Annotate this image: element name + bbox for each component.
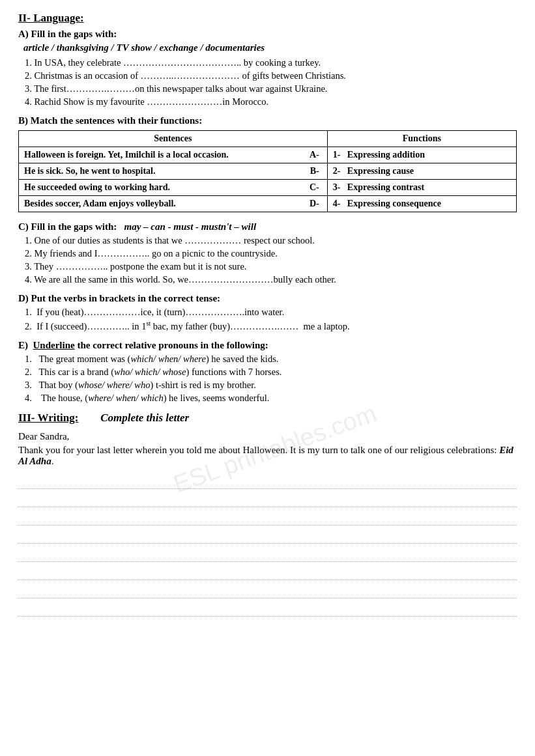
partE-item-2: 2. This car is a brand (who/ which/ whos… <box>25 367 517 378</box>
function-1: 1- Expressing addition <box>327 147 516 163</box>
writing-line[interactable] <box>18 493 517 507</box>
fill-list: 1. In USA, they celebrate ………………………………..… <box>18 57 517 107</box>
writing-line[interactable] <box>18 475 517 489</box>
partE-title: E) Underline the correct relative pronou… <box>18 340 517 351</box>
partD-list: 1. If you (heat)………………ice, it (turn)…………… <box>18 307 517 332</box>
table-row: Besides soccer, Adam enjoys volleyball. … <box>19 196 517 212</box>
letter-body: Dear Sandra, Thank you for your last let… <box>18 431 517 467</box>
fill-item-1: 1. In USA, they celebrate ………………………………..… <box>25 57 517 68</box>
section3: III- Writing: Complete this letter Dear … <box>18 412 517 467</box>
fill-item-4: 4. Rachid Show is my favourite ……………………i… <box>25 96 517 107</box>
partE-item-1: 1. The great moment was (which/ when/ wh… <box>25 354 517 365</box>
partA-title: A) Fill in the gaps with: <box>18 29 517 40</box>
sentence-4: Besides soccer, Adam enjoys volleyball. … <box>19 196 328 212</box>
writing-line[interactable] <box>18 548 517 562</box>
part-e: E) Underline the correct relative pronou… <box>18 340 517 404</box>
function-4: 4- Expressing consequence <box>327 196 516 212</box>
section3-subtitle: Complete this letter <box>100 412 189 424</box>
table-row: He succeeded owing to working hard. C- 3… <box>19 180 517 196</box>
col2-header: Functions <box>327 131 516 147</box>
table-row: Halloween is foreign. Yet, Imilchil is a… <box>19 147 517 163</box>
partC-item-3: 3. They …………….. postpone the exam but it… <box>25 261 517 272</box>
part-a: A) Fill in the gaps with: article / than… <box>18 29 517 107</box>
table-row: He is sick. So, he went to hospital. B- … <box>19 163 517 180</box>
writing-line[interactable] <box>18 529 517 544</box>
partE-item-4: 4. The house, (where/ when/ which) he li… <box>25 393 517 404</box>
part-d: D) Put the verbs in brackets in the corr… <box>18 293 517 332</box>
sentence-2: He is sick. So, he went to hospital. B- <box>19 163 328 180</box>
section3-title: III- Writing: <box>18 412 78 424</box>
fill-item-3: 3. The first………….………on this newspaper ta… <box>25 83 517 94</box>
sentence-3: He succeeded owing to working hard. C- <box>19 180 328 196</box>
sentence-1: Halloween is foreign. Yet, Imilchil is a… <box>19 147 328 163</box>
function-2: 2- Expressing cause <box>327 163 516 180</box>
partC-item-4: 4. We are all the same in this world. So… <box>25 274 517 285</box>
fill-item-2: 2. Christmas is an occasion of ………..…………… <box>25 70 517 81</box>
writing-line[interactable] <box>18 602 517 617</box>
partE-item-3: 3. That boy (whose/ where/ who) t-shirt … <box>25 380 517 391</box>
col1-header: Sentences <box>19 131 328 147</box>
word-bank: article / thanksgiving / TV show / excha… <box>18 42 517 53</box>
section2-title: II- Language: <box>18 12 517 25</box>
partC-item-1: 1. One of our duties as students is that… <box>25 235 517 246</box>
function-3: 3- Expressing contrast <box>327 180 516 196</box>
partC-list: 1. One of our duties as students is that… <box>18 235 517 285</box>
writing-line[interactable] <box>18 584 517 598</box>
partC-title: C) Fill in the gaps with: may – can - mu… <box>18 221 517 232</box>
partD-item-1: 1. If you (heat)………………ice, it (turn)…………… <box>25 307 517 318</box>
partD-title: D) Put the verbs in brackets in the corr… <box>18 293 517 304</box>
letter-greeting: Dear Sandra, <box>18 431 517 442</box>
writing-lines-area <box>18 475 517 617</box>
letter-text: Thank you for your last letter wherein y… <box>18 445 517 467</box>
partC-item-2: 2. My friends and I…………….. go on a picni… <box>25 248 517 259</box>
partD-item-2: 2. If I (succeed)………….. in 1st bac, my f… <box>25 320 517 332</box>
part-b: B) Match the sentences with their functi… <box>18 115 517 212</box>
match-table: Sentences Functions Halloween is foreign… <box>18 130 517 212</box>
writing-line[interactable] <box>18 511 517 525</box>
partE-list: 1. The great moment was (which/ when/ wh… <box>18 354 517 404</box>
writing-line[interactable] <box>18 566 517 580</box>
part-c: C) Fill in the gaps with: may – can - mu… <box>18 221 517 285</box>
partB-title: B) Match the sentences with their functi… <box>18 115 517 126</box>
